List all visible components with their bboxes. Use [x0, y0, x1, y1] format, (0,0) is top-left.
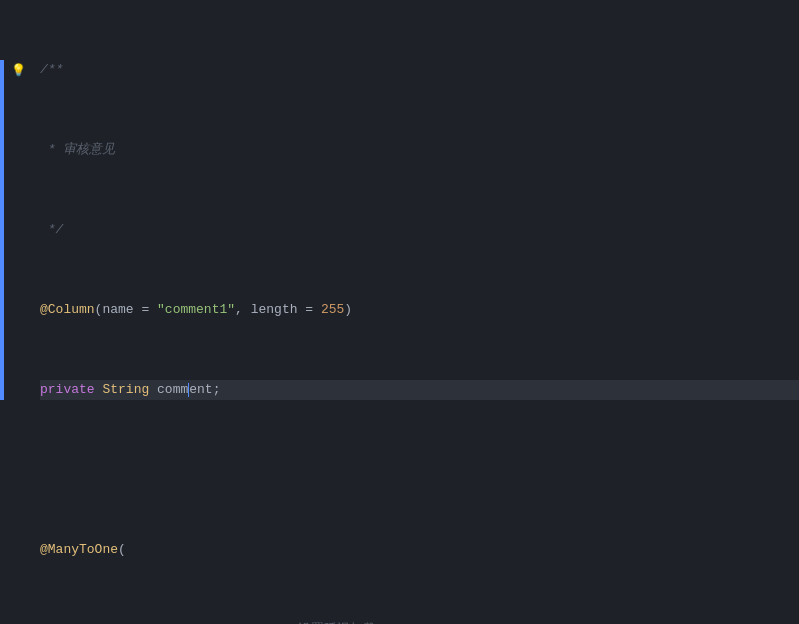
comment-close-1: */ — [40, 220, 63, 240]
annotation-manytoone-1: @ManyToOne — [40, 540, 118, 560]
inline-comment-1: //设置延迟加载 — [282, 620, 376, 624]
eq-3: = — [141, 620, 164, 624]
bulb-icon[interactable]: 💡 — [11, 60, 26, 80]
comment-text-1: * 审核意见 — [40, 140, 115, 160]
code-line-6 — [40, 460, 799, 480]
attr-val-255: 255 — [321, 300, 344, 320]
code-line-4: @Column(name = "comment1", length = 255) — [40, 300, 799, 320]
type-string-1: String — [102, 380, 149, 400]
code-line-5: private String comment; — [40, 380, 799, 400]
space-1 — [95, 380, 103, 400]
gutter: 💡 — [4, 0, 32, 624]
comment-open-1: /** — [40, 60, 63, 80]
dot-1: . — [235, 620, 243, 624]
lazy-1: LAZY — [243, 620, 274, 624]
eq-2: = — [297, 300, 320, 320]
code-content[interactable]: /** * 审核意见 */ @Column(name = "comment1",… — [32, 0, 799, 624]
annotation-column: @Column — [40, 300, 95, 320]
fetchtype-1: FetchType — [165, 620, 235, 624]
paren-close-1: ) — [344, 300, 352, 320]
fetch-kw-1: fetch — [102, 620, 141, 624]
code-line-1: /** — [40, 60, 799, 80]
kw-private-1: private — [40, 380, 95, 400]
paren-open-1: ( — [95, 300, 103, 320]
code-line-3: */ — [40, 220, 799, 240]
code-line-2: * 审核意见 — [40, 140, 799, 160]
code-editor: 💡 — [0, 0, 799, 624]
attr-val-comment1: "comment1" — [157, 300, 235, 320]
attr-name-length: length — [251, 300, 298, 320]
code-line-8: fetch = FetchType.LAZY //设置延迟加载 — [40, 620, 799, 624]
indent-8 — [40, 620, 102, 624]
space-2: comm — [149, 380, 188, 400]
semicolon-1: ; — [213, 380, 221, 400]
paren-2: ( — [118, 540, 126, 560]
comma-1: , — [235, 300, 251, 320]
attr-name-name: name — [102, 300, 133, 320]
code-line-7: @ManyToOne( — [40, 540, 799, 560]
space-3 — [274, 620, 282, 624]
eq-1: = — [134, 300, 157, 320]
var-comment: ent — [189, 380, 212, 400]
code-area: 💡 — [0, 0, 799, 624]
